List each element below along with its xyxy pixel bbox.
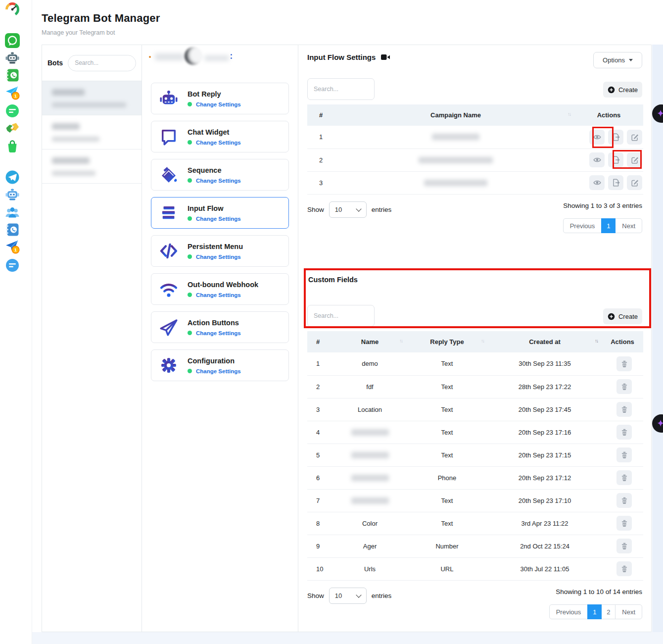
export-button[interactable]	[608, 152, 623, 167]
delete-button[interactable]	[616, 379, 632, 394]
card-chat-widget[interactable]: Chat Widget Change Settings	[151, 121, 289, 152]
redacted-bot-username	[204, 55, 229, 61]
change-settings-link[interactable]: Change Settings	[196, 330, 241, 336]
next-page-button[interactable]: Next	[615, 218, 642, 233]
custom-fields-pagination: Previous12Next	[549, 604, 642, 619]
delete-button[interactable]	[616, 425, 632, 440]
entries-label: entries	[372, 592, 392, 599]
view-button[interactable]	[589, 152, 605, 167]
robot-icon[interactable]	[5, 50, 20, 65]
card-title: Sequence	[188, 166, 241, 174]
next-page-button[interactable]: Next	[615, 604, 642, 619]
delete-button[interactable]	[616, 402, 632, 417]
trash-icon	[620, 565, 628, 573]
handshake-icon[interactable]	[5, 121, 20, 136]
row-number: 1	[307, 352, 333, 375]
edit-button[interactable]	[627, 152, 642, 167]
previous-page-button[interactable]: Previous	[563, 218, 602, 233]
robot-blue-icon[interactable]	[5, 187, 20, 202]
card-bot-reply[interactable]: Bot Reply Change Settings	[151, 83, 289, 114]
sequence-icon	[158, 164, 179, 185]
entries-label: entries	[372, 206, 392, 213]
row-number: 7	[307, 489, 333, 512]
view-button[interactable]	[589, 175, 605, 190]
trash-icon	[620, 542, 628, 550]
chat-green-icon[interactable]	[5, 103, 20, 118]
custom-fields-search-input[interactable]	[307, 305, 375, 327]
plane-coin-blue-icon[interactable]: 1	[5, 239, 20, 254]
bot-list-item[interactable]	[42, 81, 142, 115]
change-settings-link[interactable]: Change Settings	[196, 216, 241, 222]
card-sequence[interactable]: Sequence Change Settings	[151, 159, 289, 191]
card-action-buttons[interactable]: Action Buttons Change Settings	[151, 311, 289, 343]
row-actions	[602, 444, 643, 466]
card-title: Out-bound Webhook	[188, 281, 258, 289]
create-custom-field-button[interactable]: Create	[603, 308, 642, 324]
change-settings-link[interactable]: Change Settings	[196, 254, 241, 260]
change-settings-link[interactable]: Change Settings	[196, 178, 241, 184]
delete-button[interactable]	[616, 470, 632, 485]
right-scroll-strip[interactable]	[652, 45, 663, 632]
settings-panel: Bot Reply Change Settings Chat Widget Ch…	[142, 45, 298, 632]
team-icon[interactable]	[5, 205, 20, 220]
field-name: Urls	[333, 557, 406, 580]
contacts-blue-icon[interactable]	[5, 222, 20, 237]
chat-blue-icon[interactable]	[5, 258, 20, 273]
bot-menu-kebab-icon[interactable]	[230, 53, 233, 60]
view-button[interactable]	[589, 130, 605, 145]
bots-search-input[interactable]	[68, 55, 136, 71]
speedometer-icon[interactable]	[5, 2, 20, 17]
delete-button[interactable]	[616, 561, 632, 576]
change-settings-link[interactable]: Change Settings	[196, 101, 241, 107]
row-actions	[602, 421, 643, 444]
trash-icon	[620, 360, 628, 368]
page-number-button[interactable]: 2	[601, 604, 616, 619]
telegram-icon[interactable]	[5, 170, 20, 185]
redacted-field-name	[333, 466, 406, 489]
column-header-name[interactable]: Name↑↓	[333, 331, 406, 352]
input-flow-search-input[interactable]	[307, 78, 375, 100]
card-title: Action Buttons	[188, 319, 241, 327]
delete-button[interactable]	[616, 539, 632, 553]
card-persistent-menu[interactable]: Persistent Menu Change Settings	[151, 235, 289, 267]
delete-button[interactable]	[616, 356, 632, 371]
shopping-bag-icon[interactable]	[5, 139, 20, 153]
column-header-reply-type[interactable]: Reply Type↑↓	[406, 331, 488, 352]
delete-button[interactable]	[616, 493, 632, 508]
edit-button[interactable]	[627, 130, 642, 145]
create-input-flow-button[interactable]: Create	[603, 82, 642, 98]
whatsapp-icon[interactable]	[5, 33, 20, 48]
page-subtitle: Manage your Telegram bot	[42, 29, 536, 36]
redacted-bot-subtitle	[52, 137, 99, 142]
card-configuration[interactable]: Configuration Change Settings	[151, 349, 289, 381]
export-button[interactable]	[608, 130, 623, 145]
page-size-select[interactable]: 10	[329, 588, 367, 604]
page-number-button[interactable]: 1	[601, 218, 616, 233]
card-outbound-webhook[interactable]: Out-bound Webhook Change Settings	[151, 273, 289, 305]
previous-page-button[interactable]: Previous	[549, 604, 588, 619]
delete-button[interactable]	[616, 447, 632, 462]
change-settings-link[interactable]: Change Settings	[196, 368, 241, 374]
change-settings-link[interactable]: Change Settings	[196, 292, 241, 298]
row-actions	[574, 171, 643, 194]
row-number: 1	[307, 126, 337, 149]
change-settings-link[interactable]: Change Settings	[196, 140, 241, 146]
card-input-flow[interactable]: Input Flow Change Settings	[151, 197, 289, 229]
contacts-green-icon[interactable]	[5, 68, 20, 83]
bot-list-item[interactable]	[42, 149, 142, 184]
column-header-campaign-name[interactable]: Campaign Name↑↓	[337, 104, 574, 126]
options-button[interactable]: Options	[593, 52, 642, 68]
plane-coin-icon[interactable]: 1	[5, 85, 20, 100]
app-window: 11 Telegram Bot Manager Manage your Tele…	[0, 0, 663, 644]
trash-icon	[620, 451, 628, 459]
row-actions	[602, 398, 643, 421]
edit-button[interactable]	[627, 175, 642, 190]
bot-list-item[interactable]	[42, 115, 142, 149]
page-number-button[interactable]: 1	[587, 604, 602, 619]
column-header-num: #	[307, 331, 333, 352]
created-at: 20th Sep 23 17:10	[488, 489, 602, 512]
delete-button[interactable]	[616, 516, 632, 531]
export-button[interactable]	[608, 175, 623, 190]
column-header-created-at[interactable]: Created at↑↓	[488, 331, 602, 352]
page-size-select[interactable]: 10	[329, 201, 367, 218]
